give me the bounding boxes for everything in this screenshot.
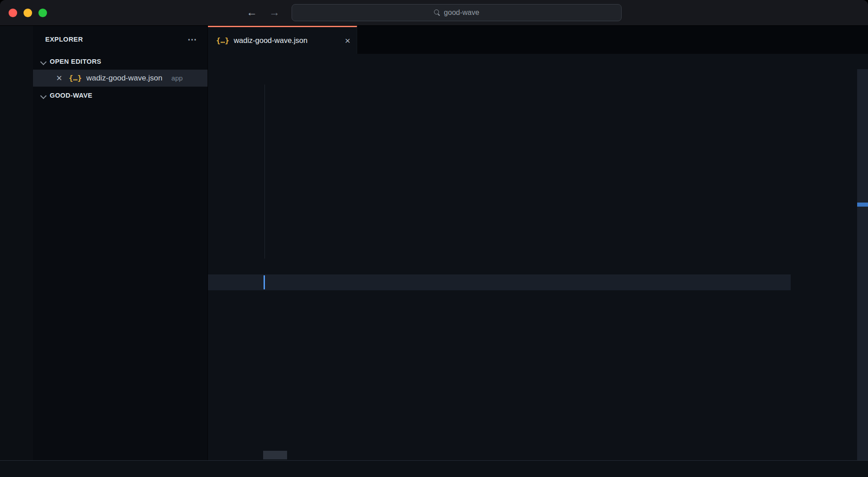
close-window-button[interactable]: [9, 9, 17, 17]
text-cursor: [264, 275, 265, 289]
open-editor-path-suffix: app: [171, 74, 183, 82]
chevron-down-icon: [40, 92, 47, 99]
command-center-search[interactable]: good-wave: [292, 4, 622, 21]
title-bar: ← → good-wave: [0, 0, 868, 26]
close-tab-icon[interactable]: ×: [345, 35, 350, 46]
breadcrumb: [208, 54, 868, 69]
tab-strip: {…} wadiz-good-wave.json ×: [208, 26, 868, 54]
code-editor[interactable]: [208, 69, 868, 460]
open-editor-label: wadiz-good-wave.json: [86, 74, 162, 83]
history-forward-button[interactable]: →: [269, 6, 280, 19]
status-bar: [0, 460, 868, 477]
tab-label: wadiz-good-wave.json: [234, 36, 307, 45]
search-icon: [434, 9, 440, 16]
indent-guide: [264, 85, 265, 259]
editor-area: {…} wadiz-good-wave.json ×: [208, 26, 868, 460]
activity-bar: [0, 26, 33, 460]
minimize-window-button[interactable]: [24, 9, 32, 17]
close-editor-icon[interactable]: ×: [54, 72, 64, 84]
horizontal-scrollbar-thumb[interactable]: [263, 451, 287, 459]
tab-wadiz-good-wave-json[interactable]: {…} wadiz-good-wave.json ×: [208, 26, 357, 54]
json-file-icon: {…}: [216, 36, 229, 45]
explorer-more-actions-icon[interactable]: ⋯: [188, 34, 198, 45]
explorer-sidebar: EXPLORER ⋯ OPEN EDITORS × {…} wadiz-good…: [33, 26, 208, 460]
vscode-window: ← → good-wave EXPLORER ⋯ OPEN EDITORS: [0, 0, 868, 477]
vertical-scrollbar[interactable]: [857, 69, 868, 460]
history-back-button[interactable]: ←: [246, 6, 257, 19]
chevron-down-icon: [40, 58, 47, 65]
project-section-header[interactable]: GOOD-WAVE: [33, 87, 208, 104]
minimap[interactable]: [791, 69, 857, 460]
macos-traffic-lights: [9, 9, 47, 17]
json-file-icon: {…}: [69, 74, 82, 82]
overview-ruler-cursor-mark: [857, 203, 868, 207]
open-editors-header[interactable]: OPEN EDITORS: [33, 53, 208, 70]
sidebar-title: EXPLORER: [45, 36, 83, 43]
search-value: good-wave: [444, 9, 479, 17]
maximize-window-button[interactable]: [38, 9, 47, 17]
current-line-highlight: [208, 274, 791, 290]
open-editor-item[interactable]: × {…} wadiz-good-wave.json app: [33, 70, 208, 86]
